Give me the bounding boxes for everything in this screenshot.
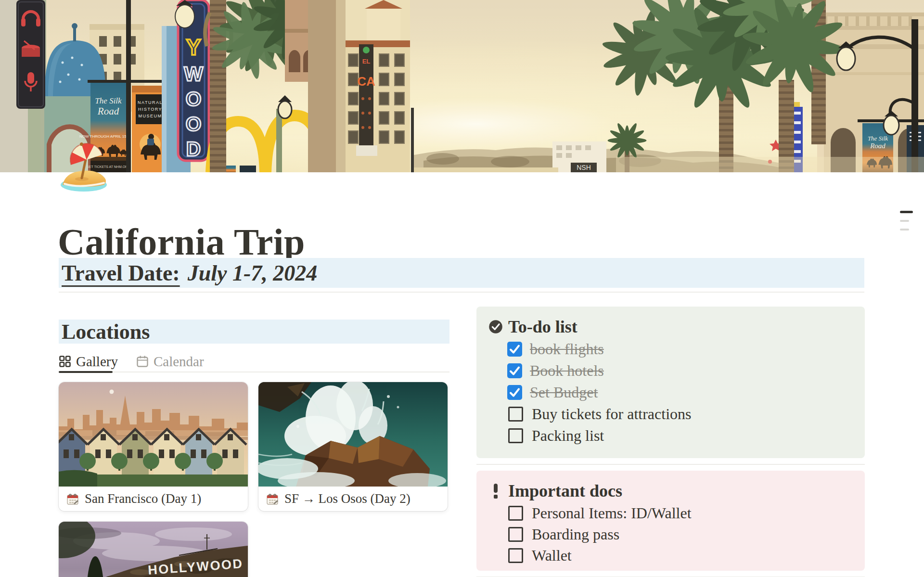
view-tabs: Gallery Calendar [59,351,449,372]
docs-heading-row: Important docs [488,481,853,500]
todo-items: book flights Book hotels Set Budget [507,338,853,447]
doc-item-label[interactable]: Wallet [532,547,572,564]
todo-item-label[interactable]: Set Budget [530,384,598,401]
todo-item-label[interactable]: Buy tickets for attractions [532,405,691,423]
exclamation-icon [488,483,503,499]
card-image-hollywood: HOLLYWOOD [59,522,248,577]
checkbox-unchecked[interactable] [508,527,523,542]
important-docs-callout: Important docs Personal Items: ID/Wallet… [476,471,865,571]
tab-gallery-label: Gallery [76,354,118,370]
doc-item: Wallet [507,545,853,566]
locations-section: Locations Gallery [59,320,449,577]
tab-calendar-label: Calendar [154,354,204,370]
todo-item: Book hotels [507,360,853,382]
todo-heading-row: To-do list [488,317,853,336]
doc-item-label[interactable]: Personal Items: ID/Wallet [532,504,692,522]
todo-item-label[interactable]: book flights [530,340,604,358]
spiral-calendar-icon [266,493,279,505]
page-icon-beach-umbrella[interactable] [60,142,111,193]
travel-date-value: July 1-7, 2024 [188,260,318,286]
card-caption-row: SF → Los Osos (Day 2) [258,487,448,511]
check-circle-icon [488,319,503,334]
card-hollywood[interactable]: HOLLYWOOD [59,522,248,577]
checkbox-unchecked[interactable] [508,548,523,563]
todo-item: Packing list [507,425,853,447]
todo-item-label[interactable]: Book hotels [530,362,604,380]
checkbox-unchecked[interactable] [508,506,523,521]
docs-heading[interactable]: Important docs [508,481,622,501]
todo-callout: To-do list book flights Book hotels [476,307,865,458]
table-of-contents-indicator[interactable] [900,211,913,231]
checkbox-checked[interactable] [507,363,522,378]
checkbox-checked[interactable] [507,385,522,400]
doc-item-label[interactable]: Boarding pass [532,526,619,543]
cover-image[interactable]: NSH [0,0,924,172]
docs-items: Personal Items: ID/Wallet Boarding pass … [507,502,853,566]
spiral-calendar-icon [66,493,79,505]
card-image-san-francisco [59,382,248,487]
calendar-icon [136,355,149,368]
checkbox-checked[interactable] [507,342,522,357]
active-tab-underline [59,371,113,373]
checkbox-unchecked[interactable] [508,407,523,422]
toc-line-active[interactable] [900,211,913,213]
sidebar-column: To-do list book flights Book hotels [476,307,865,577]
todo-item: book flights [507,338,853,360]
doc-item: Personal Items: ID/Wallet [507,502,853,524]
travel-date-label: Travel Date: [62,260,180,286]
todo-item: Set Budget [507,382,853,403]
todo-item-label[interactable]: Packing list [532,427,604,445]
divider [476,464,865,465]
beach-umbrella-icon [60,142,111,193]
card-sf-los-osos[interactable]: SF → Los Osos (Day 2) [258,382,448,511]
tab-calendar[interactable]: Calendar [136,354,204,370]
gallery-grid-icon [59,355,71,368]
todo-item: Buy tickets for attractions [507,403,853,425]
locations-heading[interactable]: Locations [59,320,449,344]
toc-line[interactable] [900,220,909,222]
checkbox-unchecked[interactable] [508,428,523,443]
todo-heading[interactable]: To-do list [508,317,578,337]
card-san-francisco[interactable]: San Francisco (Day 1) [59,382,248,511]
card-caption[interactable]: SF → Los Osos (Day 2) [284,491,411,506]
toc-line[interactable] [900,229,909,231]
doc-item: Boarding pass [507,524,853,545]
gallery-cards: San Francisco (Day 1) [59,382,449,577]
card-caption-row: San Francisco (Day 1) [59,487,248,511]
divider [59,292,864,293]
cover-illustration-hollywood-blvd: NSH [0,0,924,172]
travel-date-heading[interactable]: Travel Date: July 1-7, 2024 [59,258,864,288]
page-title[interactable]: California Trip [58,223,305,261]
card-image-ocean [258,382,448,487]
card-caption[interactable]: San Francisco (Day 1) [85,491,201,506]
notion-page: NSH [0,0,924,577]
tab-gallery[interactable]: Gallery [59,354,118,370]
